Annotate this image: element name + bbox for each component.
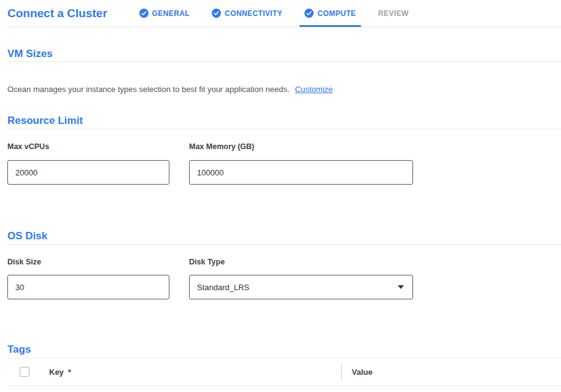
check-circle-icon: [304, 9, 314, 18]
tab-connectivity[interactable]: CONNECTIVITY: [201, 0, 293, 27]
disk-size-input[interactable]: [7, 275, 169, 299]
vm-sizes-description-line: Ocean manages your instance types select…: [7, 85, 333, 94]
tab-review[interactable]: REVIEW: [367, 0, 420, 27]
vm-sizes-heading: VM Sizes: [7, 48, 53, 60]
tab-general[interactable]: GENERAL: [128, 0, 201, 27]
max-memory-label: Max Memory (GB): [189, 142, 254, 151]
vm-sizes-description: Ocean manages your instance types select…: [7, 85, 290, 94]
check-circle-icon: [139, 9, 149, 18]
column-separator: [341, 364, 342, 380]
tags-table-header-row: Key * Value: [7, 358, 561, 386]
check-circle-icon: [212, 9, 221, 18]
wizard-header: Connect a Cluster GENERAL CONNECTIVITY: [7, 0, 561, 27]
resource-limit-heading: Resource Limit: [7, 115, 83, 127]
tab-review-label: REVIEW: [378, 9, 409, 18]
disk-type-label: Disk Type: [189, 258, 225, 266]
chevron-down-icon: [398, 285, 404, 289]
page-title: Connect a Cluster: [7, 7, 107, 20]
tags-heading: Tags: [7, 344, 31, 356]
value-header-label: Value: [352, 367, 373, 377]
connect-cluster-page: Connect a Cluster GENERAL CONNECTIVITY: [0, 0, 561, 392]
os-disk-heading: OS Disk: [7, 230, 47, 242]
customize-link[interactable]: Customize: [295, 85, 333, 94]
section-divider: [7, 61, 561, 62]
section-divider: [7, 129, 561, 129]
key-header-label: Key: [49, 367, 64, 377]
tab-connectivity-label: CONNECTIVITY: [225, 9, 282, 18]
tab-general-label: GENERAL: [152, 9, 190, 18]
key-column-header: Key *: [49, 367, 71, 377]
tab-compute-label: COMPUTE: [317, 9, 356, 18]
disk-type-select[interactable]: Standard_LRS: [189, 275, 413, 299]
max-vcpus-label: Max vCPUs: [7, 142, 49, 151]
section-divider: [7, 244, 561, 245]
max-memory-input[interactable]: [189, 160, 413, 185]
disk-type-selected-value: Standard_LRS: [197, 283, 249, 292]
tab-compute[interactable]: COMPUTE: [293, 0, 367, 27]
max-vcpus-input[interactable]: [7, 160, 169, 185]
select-all-checkbox[interactable]: [20, 367, 29, 377]
disk-size-label: Disk Size: [7, 258, 41, 266]
required-asterisk: *: [68, 367, 71, 377]
wizard-tabs: GENERAL CONNECTIVITY COMPUTE REVIEW: [128, 0, 420, 27]
